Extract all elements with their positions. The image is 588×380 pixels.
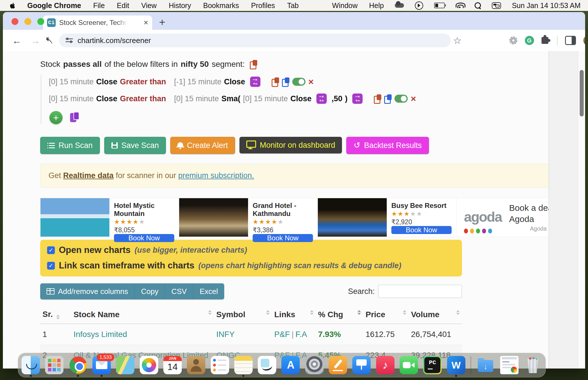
filter-offset[interactable]: [0] 15 minute <box>49 94 94 103</box>
chrome[interactable] <box>69 356 87 374</box>
menu-app-name[interactable]: Google Chrome <box>27 1 81 10</box>
duplicate-filter-icon[interactable] <box>384 94 392 103</box>
filter-offset[interactable]: [0] 15 minute <box>243 94 288 103</box>
cloud-status-icon[interactable] <box>395 3 404 8</box>
option-label[interactable]: Link scan timeframe with charts <box>59 260 194 271</box>
pycharm[interactable]: PC <box>423 356 442 374</box>
create-alert-button[interactable]: Create Alert <box>170 137 235 154</box>
paste-filter-icon[interactable] <box>70 112 80 123</box>
math-function-icon[interactable] <box>316 93 327 104</box>
forward-button[interactable]: → <box>27 36 44 45</box>
tab-close-icon[interactable]: × <box>144 19 148 27</box>
column-header-chg[interactable]: % Chg <box>316 305 363 324</box>
photos[interactable] <box>140 356 158 374</box>
filter-param[interactable]: ,50 <box>332 94 343 103</box>
launchpad[interactable] <box>45 356 63 374</box>
music[interactable]: ♪ <box>376 356 394 374</box>
bookmark-star-icon[interactable]: ☆ <box>453 35 462 46</box>
filter-field[interactable]: Close <box>290 94 312 103</box>
segment-name[interactable]: nifty 50 <box>181 60 209 69</box>
menu-clock[interactable]: Sun Jan 14 10:53 AM <box>512 1 581 10</box>
copy-filter-icon[interactable] <box>374 94 381 103</box>
filter-operator[interactable]: Greater than <box>120 94 166 103</box>
delete-filter-icon[interactable]: × <box>411 94 416 103</box>
link-timeframe-checkbox[interactable]: ✓ <box>47 262 55 270</box>
menu-item[interactable]: Profiles <box>251 1 275 10</box>
excel-button[interactable]: Excel <box>193 283 224 299</box>
enable-filter-toggle[interactable] <box>394 95 408 103</box>
address-bar[interactable]: chartink.com/screener <box>59 34 451 47</box>
copy-filter-icon[interactable] <box>272 77 279 86</box>
trash[interactable] <box>524 356 542 374</box>
column-header-symbol[interactable]: Symbol <box>214 305 272 324</box>
book-now-button[interactable]: Book Now <box>253 234 313 242</box>
mail[interactable]: 1,533 <box>92 356 111 374</box>
menu-item[interactable]: Bookmarks <box>203 1 239 10</box>
browser-tab[interactable]: Ci Stock Screener, Technical An × <box>43 15 152 30</box>
math-function-icon[interactable] <box>250 77 260 87</box>
keynote[interactable] <box>352 356 371 374</box>
menu-item[interactable]: View <box>141 1 157 10</box>
open-new-charts-checkbox[interactable]: ✓ <box>47 246 55 254</box>
backtest-results-button[interactable]: ↺ Backtest Results <box>346 137 429 154</box>
option-label[interactable]: Open new charts <box>59 245 131 255</box>
realtime-data-link[interactable]: Realtime data <box>63 171 114 180</box>
notes[interactable] <box>234 356 253 374</box>
math-function-icon[interactable] <box>352 93 363 104</box>
run-scan-button[interactable]: Run Scan <box>40 137 100 154</box>
back-button[interactable]: ← <box>9 36 25 45</box>
url-text[interactable]: chartink.com/screener <box>78 36 151 45</box>
playback-icon[interactable] <box>415 1 423 10</box>
fa-link[interactable]: F.A <box>295 330 307 339</box>
appstore[interactable]: A <box>281 356 300 374</box>
side-panel-icon[interactable] <box>565 36 576 45</box>
extensions-puzzle-icon[interactable] <box>541 37 548 44</box>
sort-icon[interactable] <box>456 310 460 315</box>
column-header-links[interactable]: Links <box>272 305 316 324</box>
contacts[interactable] <box>187 356 205 374</box>
premium-subscription-link[interactable]: premium subscription. <box>178 171 254 180</box>
word[interactable]: W <box>447 356 465 374</box>
sort-icon[interactable] <box>310 310 314 315</box>
spotlight-search-icon[interactable] <box>475 2 481 9</box>
freeform[interactable] <box>258 356 276 374</box>
hotel-ad-card[interactable]: Busy Bee Resort ★★★★★ ₹2,920 Book Now <box>318 198 457 237</box>
filter-offset[interactable]: [0] 15 minute <box>49 77 94 86</box>
filter-field[interactable]: Close <box>96 94 117 103</box>
enable-filter-toggle[interactable] <box>292 78 305 86</box>
scrollbar-track[interactable] <box>578 51 585 369</box>
profile-avatar[interactable] <box>583 35 585 46</box>
menu-item[interactable]: History <box>169 1 191 10</box>
pf-link[interactable]: P&F <box>274 330 290 339</box>
control-center-icon[interactable] <box>492 2 501 9</box>
sort-icon[interactable] <box>208 310 212 315</box>
filter-field[interactable]: Close <box>96 77 117 86</box>
apple-logo-icon[interactable] <box>10 2 15 9</box>
hotel-ad-card[interactable]: Grand Hotel - Kathmandu ★★★★★ ₹3,386 Boo… <box>179 198 318 237</box>
wifi-icon[interactable] <box>456 3 464 9</box>
book-now-button[interactable]: Book Now <box>391 226 452 234</box>
menu-item[interactable]: Tab <box>287 1 299 10</box>
settings[interactable] <box>305 356 324 374</box>
column-header-price[interactable]: Price <box>363 305 409 324</box>
menu-item[interactable]: File <box>93 1 105 10</box>
menu-item[interactable]: Window <box>332 1 358 10</box>
divider[interactable] <box>471 356 471 374</box>
battery-icon[interactable] <box>434 3 445 8</box>
minimize-window-button[interactable] <box>24 18 31 25</box>
pages[interactable] <box>329 356 347 374</box>
close-window-button[interactable] <box>11 18 18 25</box>
filter-function[interactable]: Sma( <box>221 94 240 103</box>
stock-name-link[interactable]: Infosys Limited <box>74 330 127 339</box>
finder[interactable] <box>22 356 40 374</box>
hotel-ad-card[interactable]: Hotel Mystic Mountain ★★★★★ ₹8,055 Book … <box>40 198 179 237</box>
filter-offset[interactable]: [0] 15 minute <box>174 94 219 103</box>
add-filter-button[interactable]: + <box>49 111 63 124</box>
sort-icon[interactable] <box>56 315 60 319</box>
add-remove-columns-button[interactable]: Add/remove columns <box>40 283 135 299</box>
menu-item[interactable]: Help <box>369 1 384 10</box>
filter-field[interactable]: Close <box>224 77 245 86</box>
calendar[interactable]: JAN 14 <box>163 356 182 374</box>
copy-scan-icon[interactable] <box>250 60 257 69</box>
filter-offset[interactable]: [-1] 15 minute <box>174 77 221 86</box>
